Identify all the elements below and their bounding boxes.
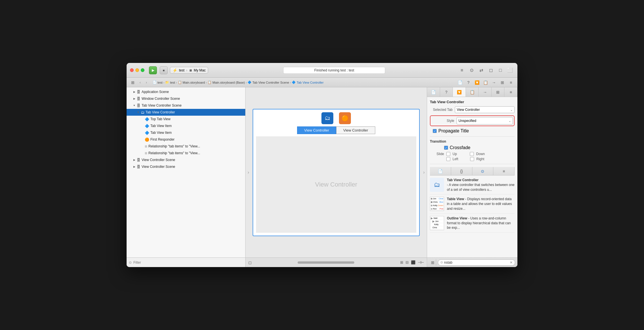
tab-btn-1[interactable]: View Controller [297,126,336,134]
canvas-bottom-bar: ◻ ⊞ ⊟ ⬛ ⊣⊢ [246,257,427,267]
nav-arrows-icon-btn[interactable]: ⇄ [477,66,485,74]
back-button[interactable]: ‹ [137,80,143,85]
rp-tab-connections[interactable]: → [479,87,492,97]
sidebar-toggle-btn[interactable]: ◻ [487,66,495,74]
rp-left-label: Left [453,157,458,161]
bc-item-tab-scene[interactable]: 🔷 Tab View Controller Scene [248,81,289,84]
sidebar-item-tab-view-item-2[interactable]: ▶ 🔷 Tab View Item [127,129,245,136]
tab-btn-1-label: View Controller [304,128,329,132]
sidebar-item-view-controller-scene-1[interactable]: ▶ 🗄 View Controller Scene [127,156,245,163]
lib-text-outline-view: Outline View - Uses a row-and-column for… [447,216,515,230]
connections-icon[interactable]: → [490,79,498,86]
sidebar-item-top-tab-view[interactable]: ▶ 🔷 Top Tab View [127,116,245,122]
sidebar-item-label: Application Scene [142,90,169,94]
divider-2 [430,164,515,164]
zoom-button[interactable] [141,68,144,72]
tab-view-controller-icon-btn[interactable]: 🗂 [321,112,333,124]
minimize-button[interactable] [135,68,139,72]
canvas-left-handle[interactable]: › [246,170,251,175]
main-content: ▶ 🗄 Application Scene ▶ 🗄 Window Control… [127,87,517,267]
canvas-scroll[interactable]: › 🗂 🟠 View Controller View Controller [246,87,427,257]
bc-item-tab-controller[interactable]: 🔷 Tab View Controller [292,81,323,84]
rp-tab-attributes[interactable]: 🔽 [453,87,466,97]
rp-tab2-snippets[interactable]: ≡ [493,167,515,175]
bc-item-test1[interactable]: 📄 test [153,81,163,84]
app-scene-icon: 🗄 [137,90,140,94]
right-panel-tabs: 📄 ? 🔽 📋 → ⊞ ≡ [427,87,517,97]
right-checkbox[interactable] [470,157,474,161]
align-icon[interactable]: ⊣⊢ [418,260,424,265]
close-button[interactable] [130,68,134,72]
canvas-right-handle[interactable]: › [421,170,427,175]
filter-input[interactable] [133,261,243,265]
sidebar-filter: ⊙ [127,257,245,267]
lib-text-table-view: Table View - Displays record-oriented da… [447,197,515,211]
attributes-icon[interactable]: 🔽 [473,79,481,86]
rp-tab2-code[interactable]: {} [451,167,472,175]
library-item-tab-view-controller: 🗂 Tab View Controller - A view controlle… [430,175,515,194]
breadcrumb-right-icons: 📄 ? 🔽 📋 → ⊞ ≡ [456,79,515,86]
profile-icon-btn[interactable]: ⊙ [468,66,475,74]
hamburger-icon-btn[interactable]: ≡ [458,66,466,74]
rp-style-select[interactable]: Unspecified ⌄ [457,117,513,124]
rp-selected-tab-select[interactable]: View Controller ⌄ [455,106,515,113]
rp-tab-effects[interactable]: ≡ [504,87,517,97]
bc-item-test2[interactable]: 📁 test [165,81,175,84]
rp-tab-help[interactable]: ? [440,87,453,97]
sidebar-item-label: Relationship "tab items" to "View... [148,151,200,155]
grid-view-icon[interactable]: ⊞ [129,79,136,86]
crossfade-checkbox[interactable]: ✓ [444,146,448,150]
scrollbar-thumb[interactable] [298,261,354,264]
down-checkbox[interactable] [470,152,474,156]
rp-propagate-title-row: ✓ Propagate Title [430,128,515,134]
editor-toggle-btn[interactable]: □ [496,66,504,74]
bc-label-storyboard: Main.storyboard [183,81,205,84]
scheme-selector[interactable]: ⚡ test › 🖥 My Mac [170,67,208,74]
main-window: ▶ ■ ⚡ test › 🖥 My Mac Finished running t… [127,63,517,267]
sidebar-item-label: View Controller Scene [142,158,175,162]
rp-tab-file[interactable]: 📄 [427,87,440,97]
frame-icon[interactable]: ⬛ [411,260,415,265]
tab-btn-2-label: View Controller [343,128,368,132]
status-bar-center: Finished running test : test [213,67,456,74]
inspector-toggle-btn[interactable]: ⬜ [506,66,514,74]
first-responder-icon-btn[interactable]: 🟠 [339,112,351,124]
rp-tab-identity[interactable]: 📋 [466,87,479,97]
up-checkbox[interactable] [446,152,450,156]
bc-item-storyboard-base[interactable]: 📋 Main.storyboard (Base) [208,81,245,84]
rp-tab2-media[interactable]: ⊙ [472,167,494,175]
help-icon[interactable]: ? [465,79,472,86]
stop-button[interactable]: ■ [160,66,168,74]
tab-btn-2[interactable]: View Controller [336,126,375,134]
sidebar-item-relationship-2[interactable]: ▶ ⊞ Relationship "tab items" to "View... [127,150,245,156]
search-clear-icon[interactable]: ✕ [510,261,513,265]
layout-icon[interactable]: ⊟ [406,260,409,265]
sidebar-item-relationship-1[interactable]: ▶ ⊞ Relationship "tab items" to "View... [127,143,245,150]
run-button[interactable]: ▶ [149,66,157,74]
bc-label-test1: test [157,81,163,84]
sidebar-item-view-controller-scene-2[interactable]: ▶ 🗄 View Controller Scene [127,163,245,170]
propagate-title-checkbox[interactable]: ✓ [433,129,437,133]
rp-tab-bindings[interactable]: ⊞ [492,87,505,97]
titlebar: ▶ ■ ⚡ test › 🖥 My Mac Finished running t… [127,63,517,78]
sidebar-item-tab-controller-scene[interactable]: ▼ 🗄 Tab View Controller Scene [127,102,245,109]
rp-search-bar[interactable]: ⊙ nstab ✕ [438,259,515,266]
sidebar-toggle-icon[interactable]: ◻ [248,260,252,265]
sidebar-item-tab-view-controller[interactable]: ▼ 🗂 Tab View Controller [127,109,245,116]
bc-item-storyboard[interactable]: 📋 Main.storyboard [178,81,205,84]
dropdown-arrow-icon: ⌄ [510,108,513,111]
grid-icon[interactable]: ⊞ [400,260,403,265]
view-effects-icon[interactable]: ≡ [507,79,515,86]
forward-button[interactable]: › [144,80,149,85]
sidebar-item-tab-view-item-1[interactable]: ▶ 🔷 Tab View Item [127,122,245,129]
identity-icon[interactable]: 📋 [482,79,489,86]
library-item-outline-view: ▶Matt ▶Jon Kelly Chris Outline View - Us… [430,214,515,233]
rp-tab2-file[interactable]: 📄 [430,167,451,175]
sidebar-item-window-controller-scene[interactable]: ▶ 🗄 Window Controller Scene [127,95,245,102]
sidebar-item-first-responder[interactable]: ▶ 🟠 First Responder [127,136,245,143]
bindings-icon[interactable]: ⊞ [499,79,506,86]
file-inspector-icon[interactable]: 📄 [456,79,464,86]
left-checkbox[interactable] [446,157,450,161]
sidebar-item-application-scene[interactable]: ▶ 🗄 Application Scene [127,88,245,95]
rp-bottom-grid-icon[interactable]: ⊞ [429,259,436,266]
